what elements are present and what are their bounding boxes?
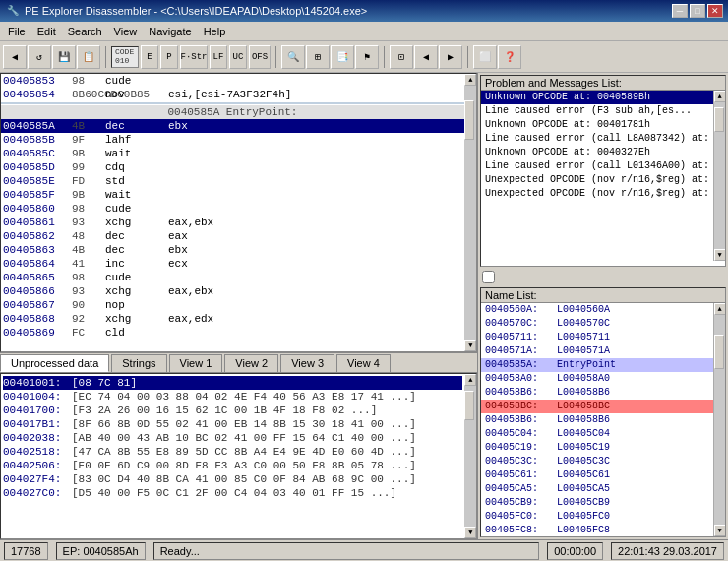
disasm-scroll-handle[interactable] — [464, 100, 474, 140]
problems-scroll-handle[interactable] — [714, 107, 724, 132]
toolbar-bookmark-button[interactable]: 📑 — [331, 45, 354, 69]
name-row[interactable]: 00405CB9:L00405CB9 — [481, 496, 713, 510]
toolbar-ofs-button[interactable]: OFS — [249, 45, 271, 69]
tab-strings[interactable]: Strings — [111, 354, 166, 372]
disasm-row[interactable]: 0040586248deceax — [1, 229, 464, 243]
close-button[interactable]: ✕ — [707, 4, 723, 18]
problems-scroll-track[interactable] — [714, 102, 726, 249]
disasm-row[interactable]: 0040585398cude — [1, 74, 464, 88]
name-row[interactable]: 00405FC8:L00405FC8 — [481, 524, 713, 536]
hex-row[interactable]: 004027F4:[83 0C D4 40 8B CA 41 00 85 C0 … — [3, 472, 462, 486]
problem-row[interactable]: Line caused error (call L8A087342) at: — [481, 132, 713, 146]
name-row[interactable]: 00405C3C:L00405C3C — [481, 455, 713, 468]
hex-row[interactable]: 00402518:[47 CA 8B 55 E8 89 5D CC 8B A4 … — [3, 445, 462, 459]
hex-row[interactable]: 004017B1:[8F 66 8B 0D 55 02 41 00 EB 14 … — [3, 417, 462, 431]
toolbar-fstr-button[interactable]: F·Str — [180, 45, 208, 69]
problem-row[interactable]: Unexpected OPCODE (nov r/n16,$reg) at: — [481, 173, 713, 187]
filter-checkbox[interactable] — [482, 271, 495, 283]
disasm-row[interactable]: 0040586441incecx — [1, 257, 464, 271]
hex-row[interactable]: 00401001:[08 7C 81] — [3, 376, 462, 390]
toolbar-copy-button[interactable]: 📋 — [77, 45, 100, 69]
name-row[interactable]: 00405C19:L00405C19 — [481, 441, 713, 455]
name-row[interactable]: 00405C61:L00405C61 — [481, 468, 713, 482]
problem-row[interactable]: Unexpected OPCODE (nov r/n16,$reg) at: — [481, 187, 713, 201]
toolbar-back-button[interactable]: ◀ — [3, 45, 27, 69]
hex-scroll-up[interactable]: ▲ — [464, 374, 476, 386]
name-row[interactable]: 004058BC:L004058BC — [481, 400, 713, 413]
menu-item-view[interactable]: View — [108, 25, 144, 38]
disasm-row[interactable]: 004058634Bdecebx — [1, 243, 464, 257]
name-row[interactable]: 00405711:L00405711 — [481, 331, 713, 344]
problem-row[interactable]: Unknown OPCODE at: 00401781h — [481, 118, 713, 132]
menu-item-search[interactable]: Search — [62, 25, 108, 38]
name-row[interactable]: 00405FC0:L00405FC0 — [481, 510, 713, 524]
toolbar-nav-right-button[interactable]: ▶ — [439, 45, 462, 69]
problems-scrollbar[interactable]: ▲ ▼ — [713, 91, 725, 261]
disasm-scroll-up[interactable]: ▲ — [464, 74, 476, 86]
problem-row[interactable]: Line caused error (F3 sub ah,[es... — [481, 104, 713, 118]
maximize-button[interactable]: □ — [690, 4, 705, 18]
disasm-row[interactable]: 0040586193xchgeax,ebx — [1, 216, 464, 229]
disasm-row[interactable]: 0040585EFDstd — [1, 174, 464, 188]
namelist-scrollbar[interactable]: ▲ ▼ — [713, 303, 725, 536]
name-row[interactable]: 004058B6:L004058B6 — [481, 413, 713, 427]
toolbar-p-button[interactable]: P — [160, 45, 178, 69]
namelist-scroll-down[interactable]: ▼ — [714, 525, 726, 536]
hex-row[interactable]: 004027C0:[D5 40 00 F5 0C C1 2F 00 C4 04 … — [3, 486, 462, 500]
disasm-row[interactable]: 0040586693xchgeax,ebx — [1, 284, 464, 298]
toolbar-window-button[interactable]: ⬜ — [473, 45, 497, 69]
menu-item-file[interactable]: File — [2, 25, 31, 38]
name-row[interactable]: 0040585A:EntryPoint — [481, 358, 713, 372]
disasm-row[interactable]: 0040586598cude — [1, 271, 464, 284]
tab-view-4[interactable]: View 4 — [336, 354, 391, 372]
disasm-row[interactable]: 004058548B60CCDC0B85novesi,[esi-7A3F32F4… — [1, 88, 464, 101]
disasm-scroll-down[interactable]: ▼ — [464, 340, 476, 351]
toolbar-uc-button[interactable]: UC — [229, 45, 247, 69]
name-row[interactable]: 00405CA5:L00405CA5 — [481, 482, 713, 496]
minimize-button[interactable]: ─ — [672, 4, 688, 18]
hex-scroll-track[interactable] — [464, 386, 476, 527]
toolbar-refresh-button[interactable]: ↺ — [28, 45, 51, 69]
problems-scroll-up[interactable]: ▲ — [714, 91, 726, 102]
disasm-row[interactable]: 0040585D99cdq — [1, 160, 464, 174]
hex-row[interactable]: 00402038:[AB 40 00 43 AB 10 BC 02 41 00 … — [3, 431, 462, 445]
disasm-row[interactable]: 0040585C9Bwait — [1, 147, 464, 160]
problem-row[interactable]: Line caused error (call L01346A00) at: — [481, 159, 713, 173]
disasm-row[interactable]: 0040586790nop — [1, 298, 464, 312]
toolbar-e-button[interactable]: E — [141, 45, 158, 69]
disasm-row[interactable]: 0040586892xchgeax,edx — [1, 312, 464, 326]
disasm-scrollbar[interactable]: ▲ ▼ — [464, 74, 476, 351]
tab-unprocessed-data[interactable]: Unprocessed data — [0, 354, 109, 372]
disasm-row[interactable]: 0040586098cude — [1, 202, 464, 216]
name-row[interactable]: 004058A0:L004058A0 — [481, 372, 713, 386]
toolbar-frame-button[interactable]: ⊡ — [390, 45, 413, 69]
menu-item-navigate[interactable]: Navigate — [143, 25, 197, 38]
toolbar-help-button[interactable]: ❓ — [498, 45, 521, 69]
namelist-scroll-up[interactable]: ▲ — [714, 303, 726, 315]
toolbar-search-button[interactable]: 🔍 — [281, 45, 305, 69]
name-row[interactable]: 0040571A:L0040571A — [481, 344, 713, 358]
hex-row[interactable]: 00402506:[E0 0F 6D C9 00 8D E8 F3 A3 C0 … — [3, 459, 462, 472]
problem-row[interactable]: Unknown OPCODE at: 0040589Bh — [481, 91, 713, 104]
problems-scroll-down[interactable]: ▼ — [714, 249, 726, 261]
menu-item-help[interactable]: Help — [198, 25, 232, 38]
disasm-row[interactable]: 0040585A4Bdecebx — [1, 119, 464, 133]
disasm-row[interactable]: 0040585F9Bwait — [1, 188, 464, 202]
tab-view-1[interactable]: View 1 — [169, 354, 223, 372]
name-row[interactable]: 004058B6:L004058B6 — [481, 386, 713, 400]
hex-scroll-down[interactable]: ▼ — [464, 527, 476, 538]
tab-view-2[interactable]: View 2 — [224, 354, 278, 372]
disasm-scroll-track[interactable] — [464, 86, 476, 340]
toolbar-nav-left-button[interactable]: ◀ — [414, 45, 438, 69]
toolbar-flag-button[interactable]: ⚑ — [355, 45, 379, 69]
hex-row[interactable]: 00401004:[EC 74 04 00 03 88 04 02 4E F4 … — [3, 390, 462, 404]
menu-item-edit[interactable]: Edit — [31, 25, 62, 38]
hex-scrollbar[interactable]: ▲ ▼ — [464, 374, 476, 538]
disasm-row[interactable]: 00405869FCcld — [1, 326, 464, 340]
toolbar-find-button[interactable]: ⊞ — [306, 45, 330, 69]
name-row[interactable]: 0040570C:L0040570C — [481, 317, 713, 331]
name-row[interactable]: 0040560A:L0040560A — [481, 303, 713, 317]
name-row[interactable]: 00405C04:L00405C04 — [481, 427, 713, 441]
hex-scroll-handle[interactable] — [464, 391, 474, 420]
namelist-scroll-track[interactable] — [714, 315, 726, 525]
